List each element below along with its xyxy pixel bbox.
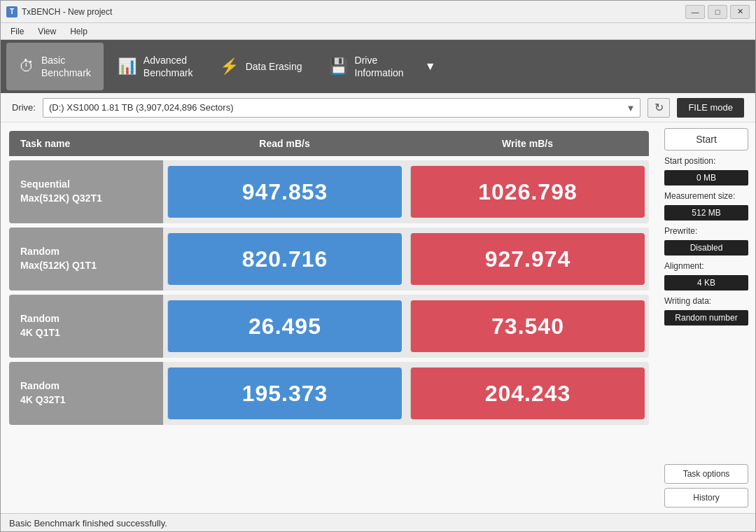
window-controls: — □ ✕ [685,5,750,19]
data-erasing-icon: ⚡ [220,57,239,76]
task-options-button[interactable]: Task options [664,464,748,484]
basic-benchmark-label: BasicBenchmark [41,54,91,79]
drive-bar: Drive: (D:) XS1000 1.81 TB (3,907,024,89… [1,93,755,122]
window-title: TxBENCH - New project [22,7,685,17]
alignment-label: Alignment: [664,261,748,271]
title-bar: T TxBENCH - New project — □ ✕ [1,1,755,23]
measurement-size-value: 512 MB [664,205,748,220]
toolbar-drive-information[interactable]: 💾 DriveInformation [316,43,416,90]
maximize-button[interactable]: □ [708,5,727,19]
measurement-size-label: Measurement size: [664,191,748,201]
basic-benchmark-icon: ⏱ [19,57,34,76]
main-content: Task name Read mB/s Write mB/s Sequentia… [1,122,755,513]
col-read: Read mB/s [163,131,406,156]
row-3-label: Random4K Q1T1 [9,295,163,358]
row-4-write: 204.243 [410,368,645,419]
right-panel: Start Start position: 0 MB Measurement s… [657,122,755,513]
prewrite-label: Prewrite: [664,226,748,236]
drive-information-label: DriveInformation [355,54,404,79]
row-4-label: Random4K Q32T1 [9,362,163,425]
start-button[interactable]: Start [664,128,748,150]
row-1-label: SequentialMax(512K) Q32T1 [9,160,163,223]
status-bar: Basic Benchmark finished successfully. [1,513,755,532]
drive-select[interactable]: (D:) XS1000 1.81 TB (3,907,024,896 Secto… [43,98,640,118]
row-2-write: 927.974 [410,233,645,285]
table-row: Random4K Q1T1 26.495 73.540 [9,295,649,358]
table-row: SequentialMax(512K) Q32T1 947.853 1026.7… [9,160,649,223]
row-2-read: 820.716 [167,233,402,285]
row-1-read: 947.853 [167,166,402,218]
benchmark-area: Task name Read mB/s Write mB/s Sequentia… [1,122,657,513]
minimize-button[interactable]: — [685,5,705,19]
drive-selector-wrapper: (D:) XS1000 1.81 TB (3,907,024,896 Secto… [43,98,640,118]
menu-file[interactable]: File [4,25,31,38]
row-3-write: 73.540 [410,300,645,352]
toolbar-more-button[interactable]: ▼ [421,57,440,76]
menu-view[interactable]: View [31,25,63,38]
col-write: Write mB/s [406,131,649,156]
writing-data-label: Writing data: [664,296,748,306]
data-erasing-label: Data Erasing [246,60,302,73]
app-icon: T [6,6,18,18]
file-mode-button[interactable]: FILE mode [677,98,744,118]
alignment-value: 4 KB [664,275,748,290]
toolbar-basic-benchmark[interactable]: ⏱ BasicBenchmark [6,43,104,90]
status-text: Basic Benchmark finished successfully. [9,518,167,528]
col-task-name: Task name [9,131,163,156]
advanced-benchmark-icon: 📊 [118,57,136,76]
toolbar-advanced-benchmark[interactable]: 📊 AdvancedBenchmark [105,43,206,90]
row-1-write: 1026.798 [410,166,645,218]
advanced-benchmark-label: AdvancedBenchmark [144,54,193,79]
drive-refresh-button[interactable]: ↻ [648,98,670,118]
benchmark-rows: SequentialMax(512K) Q32T1 947.853 1026.7… [9,160,649,425]
table-header: Task name Read mB/s Write mB/s [9,131,649,156]
row-4-read: 195.373 [167,368,402,419]
table-row: Random4K Q32T1 195.373 204.243 [9,362,649,425]
writing-data-value: Random number [664,310,748,326]
row-2-label: RandomMax(512K) Q1T1 [9,227,163,290]
toolbar-data-erasing[interactable]: ⚡ Data Erasing [207,43,315,90]
close-button[interactable]: ✕ [730,5,750,19]
menu-bar: File View Help [1,23,755,40]
history-button[interactable]: History [664,488,748,507]
prewrite-value: Disabled [664,240,748,255]
table-row: RandomMax(512K) Q1T1 820.716 927.974 [9,227,649,290]
drive-label: Drive: [12,102,36,113]
toolbar: ⏱ BasicBenchmark 📊 AdvancedBenchmark ⚡ D… [1,40,755,93]
start-position-value: 0 MB [664,170,748,186]
menu-help[interactable]: Help [63,25,94,38]
drive-information-icon: 💾 [329,57,348,76]
start-position-label: Start position: [664,156,748,166]
row-3-read: 26.495 [167,300,402,352]
